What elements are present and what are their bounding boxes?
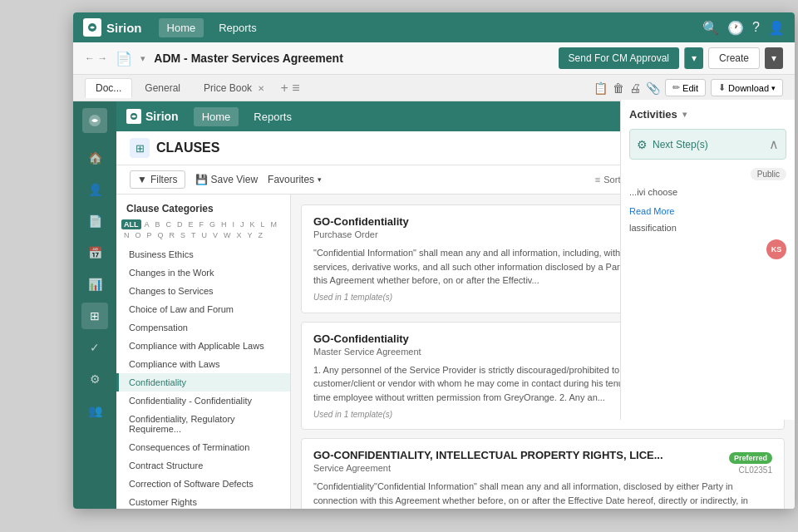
read-more-link[interactable]: Read More [629, 206, 674, 216]
tab-price-book[interactable]: Price Book ✕ [193, 78, 275, 98]
inner-nav-reports[interactable]: Reports [245, 107, 300, 126]
edit-button[interactable]: ✏ Edit [665, 79, 706, 96]
page-title: CLAUSES [156, 140, 219, 155]
alpha-q[interactable]: Q [155, 230, 166, 240]
alpha-p[interactable]: P [145, 230, 155, 240]
tab-bar: Doc... General Price Book ✕ + ≡ 📋 🗑 🖨 📎 … [73, 75, 795, 101]
category-item[interactable]: Choice of Law and Forum [116, 300, 290, 318]
category-item[interactable]: Changes in the Work [116, 264, 290, 282]
category-item[interactable]: Contract Structure [116, 456, 290, 475]
tab-doc[interactable]: Doc... [85, 78, 132, 98]
alpha-y[interactable]: Y [245, 230, 255, 240]
outer-nav-reports[interactable]: Reports [210, 18, 265, 37]
create-button[interactable]: Create [708, 47, 760, 69]
save-view-button[interactable]: 💾 Save View [195, 174, 258, 185]
download-doc-button[interactable]: ⬇ Download ▾ [711, 79, 783, 96]
back-arrows[interactable]: ← → [85, 52, 107, 64]
clause-type: Service Agreement [313, 463, 663, 473]
alpha-t[interactable]: T [189, 230, 199, 240]
activities-dropdown-icon[interactable]: ▾ [682, 110, 687, 119]
alpha-m[interactable]: M [268, 219, 280, 229]
alpha-c[interactable]: C [164, 219, 175, 229]
outer-nav-home[interactable]: Home [159, 18, 204, 37]
create-dropdown-button[interactable]: ▾ [765, 47, 783, 69]
inner-app-logo: Sirion [126, 109, 179, 124]
alpha-u[interactable]: U [200, 230, 210, 240]
inner-logo [82, 108, 107, 133]
sidebar-icon-checkmark[interactable]: ✓ [81, 334, 108, 361]
sidebar-icon-user[interactable]: 👤 [81, 176, 108, 203]
favourites-button[interactable]: Favourites ▾ [268, 174, 322, 185]
doc-toolbar-copy-icon[interactable]: 📋 [594, 81, 608, 95]
category-item[interactable]: Changes to Services [116, 282, 290, 300]
alpha-d[interactable]: D [175, 219, 185, 229]
inner-nav-home[interactable]: Home [194, 107, 239, 126]
category-item[interactable]: Confidentiality - Confidentiality [116, 392, 290, 410]
category-item[interactable]: Compliance with Laws [116, 355, 290, 373]
category-item[interactable]: Business Ethics [116, 245, 290, 264]
sort-label: ≡ [595, 175, 600, 185]
alpha-i[interactable]: I [230, 219, 238, 229]
alpha-z[interactable]: Z [256, 230, 266, 240]
alpha-x[interactable]: X [234, 230, 244, 240]
activities-header: Activities ▾ [629, 108, 786, 121]
used-in-label: Used in 1 template(s) [313, 293, 392, 302]
outer-logo: Sirion [83, 18, 142, 37]
clause-name: GO-CONFIDENTIALITY, INTELLECTUAL PROPERT… [313, 449, 663, 461]
doc-toolbar-print-icon[interactable]: 🖨 [629, 81, 641, 95]
alpha-r[interactable]: R [167, 230, 178, 240]
used-in-label: Used in 1 template(s) [313, 410, 392, 419]
tab-general[interactable]: General [134, 78, 191, 98]
sidebar-icon-calendar[interactable]: 📅 [81, 239, 108, 266]
activities-panel: Activities ▾ ⚙ Next Step(s) ∧ Public ...… [620, 100, 795, 420]
category-item[interactable]: Confidentiality, Regulatory Requireme... [116, 410, 290, 438]
send-cm-approval-button[interactable]: Send For CM Approval [559, 47, 679, 69]
alpha-e[interactable]: E [186, 219, 196, 229]
alpha-k[interactable]: K [248, 219, 258, 229]
alpha-w[interactable]: W [221, 230, 234, 240]
alpha-o[interactable]: O [133, 230, 144, 240]
clause-info: GO-Confidentiality Purchase Order [313, 215, 409, 239]
outer-nav-icons: 🔍 🕐 ? 👤 [702, 20, 785, 36]
category-item[interactable]: Consequences of Termination [116, 438, 290, 456]
filters-button[interactable]: ▼ Filters [130, 170, 185, 189]
sidebar-icon-people[interactable]: 👥 [81, 397, 108, 424]
sidebar-icon-grid[interactable]: ⊞ [81, 303, 108, 329]
help-icon[interactable]: ? [752, 20, 760, 35]
doc-toolbar-delete-icon[interactable]: 🗑 [613, 81, 624, 95]
alpha-l[interactable]: L [259, 219, 268, 229]
user-icon[interactable]: 👤 [768, 20, 785, 36]
search-icon[interactable]: 🔍 [702, 20, 719, 36]
tab-close-icon[interactable]: ✕ [258, 84, 264, 93]
alpha-j[interactable]: J [238, 219, 247, 229]
doc-toolbar-attach-icon[interactable]: 📎 [646, 81, 660, 95]
category-item[interactable]: Compliance with Applicable Laws [116, 337, 290, 355]
alpha-b[interactable]: B [153, 219, 163, 229]
category-item[interactable]: Compensation [116, 318, 290, 337]
doc-dropdown-arrow[interactable]: ▾ [140, 53, 145, 64]
alpha-h[interactable]: H [219, 219, 229, 229]
send-dropdown-button[interactable]: ▾ [684, 47, 703, 69]
tab-add-button[interactable]: + ≡ [280, 81, 299, 96]
sidebar-icon-home[interactable]: 🏠 [81, 145, 108, 171]
alpha-f[interactable]: F [197, 219, 207, 229]
alpha-g[interactable]: G [207, 219, 218, 229]
category-item[interactable]: Correction of Software Defects [116, 475, 290, 493]
sidebar-icon-settings[interactable]: ⚙ [81, 366, 108, 392]
alpha-all[interactable]: ALL [121, 219, 141, 229]
sidebar-icon-chart[interactable]: 📊 [81, 271, 108, 298]
category-item[interactable]: Confidentiality [116, 373, 290, 392]
next-steps-content: ⚙ Next Step(s) [637, 138, 708, 151]
download-dropdown-arrow[interactable]: ▾ [771, 84, 776, 92]
next-steps-chevron[interactable]: ∧ [769, 136, 779, 152]
alpha-v[interactable]: V [210, 230, 220, 240]
sidebar-icon-contracts[interactable]: 📄 [81, 208, 108, 234]
notifications-icon[interactable]: 🕐 [727, 20, 744, 36]
clause-card-header: GO-CONFIDENTIALITY, INTELLECTUAL PROPERT… [313, 449, 772, 475]
category-item[interactable]: Customer Rights [116, 493, 290, 509]
alpha-s[interactable]: S [178, 230, 188, 240]
alpha-n[interactable]: N [121, 230, 132, 240]
alpha-a[interactable]: A [142, 219, 152, 229]
avatar: KS [766, 239, 786, 259]
clause-type: Master Service Agreement [313, 347, 421, 357]
